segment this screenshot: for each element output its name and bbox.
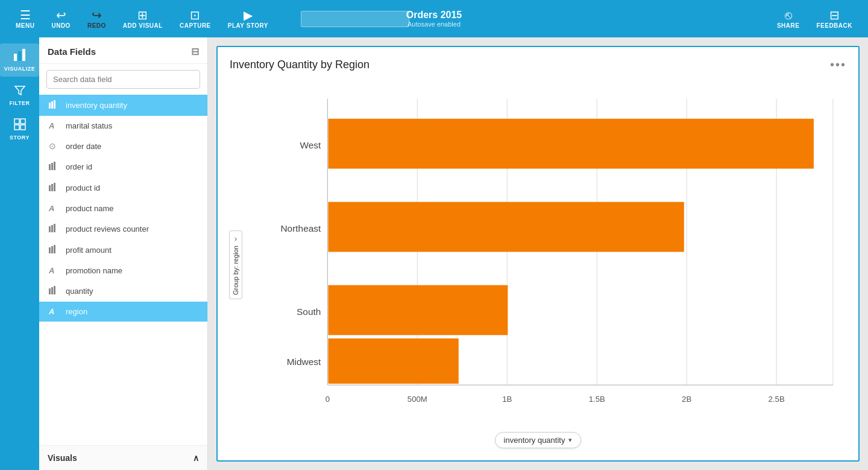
svg-rect-19 bbox=[49, 247, 51, 253]
bar-northeast[interactable] bbox=[329, 202, 684, 252]
text-icon: A bbox=[49, 121, 60, 130]
field-item-inventory-quantity[interactable]: inventory quantity bbox=[39, 95, 207, 116]
undo-icon: ↩ bbox=[56, 9, 66, 21]
svg-rect-12 bbox=[54, 162, 55, 170]
svg-rect-8 bbox=[51, 101, 53, 109]
svg-rect-15 bbox=[54, 183, 55, 191]
clock-icon: ⊙ bbox=[49, 141, 60, 151]
add-visual-icon: ⊞ bbox=[137, 9, 148, 21]
toolbar-center: Orders 2015 Autosave enabled bbox=[406, 10, 462, 28]
svg-rect-5 bbox=[14, 125, 19, 130]
visualize-icon bbox=[13, 48, 27, 65]
svg-text:Northeast: Northeast bbox=[280, 223, 321, 233]
chart-body: › Group by: region bbox=[230, 78, 846, 452]
bar-west[interactable] bbox=[329, 119, 814, 169]
svg-rect-0 bbox=[14, 54, 17, 61]
redo-button[interactable]: ↪ REDO bbox=[79, 9, 115, 29]
undo-button[interactable]: ↩ UNDO bbox=[43, 9, 78, 29]
chart-header: Inventory Quantity by Region ••• bbox=[230, 58, 846, 72]
icon-bar: VISUALIZE FILTER STORY bbox=[0, 37, 39, 470]
field-label-profit-amount: profit amount bbox=[66, 246, 112, 255]
play-icon: ▶ bbox=[244, 9, 253, 21]
menu-button[interactable]: ☰ MENU bbox=[7, 9, 43, 29]
bar-chart-icon-2 bbox=[49, 162, 60, 172]
menu-icon: ☰ bbox=[20, 9, 31, 21]
visuals-label: Visuals bbox=[48, 453, 77, 463]
redo-icon: ↪ bbox=[92, 9, 102, 21]
sidebar-toggle-icon[interactable]: ⊟ bbox=[191, 46, 199, 57]
svg-rect-7 bbox=[49, 103, 51, 109]
group-by-label: Group by: region bbox=[232, 246, 239, 295]
visuals-section-header[interactable]: Visuals ∧ bbox=[39, 445, 207, 470]
story-label: STORY bbox=[10, 135, 30, 141]
field-item-product-id[interactable]: product id bbox=[39, 177, 207, 198]
sidebar-item-story[interactable]: STORY bbox=[0, 113, 39, 145]
field-item-product-name[interactable]: A product name bbox=[39, 198, 207, 218]
bar-chart-icon-5 bbox=[49, 245, 60, 255]
main-layout: VISUALIZE FILTER STORY bbox=[0, 37, 868, 470]
field-item-region[interactable]: A region bbox=[39, 302, 207, 322]
svg-rect-2 bbox=[22, 49, 25, 61]
text-icon-2: A bbox=[49, 204, 60, 213]
svg-rect-11 bbox=[51, 163, 53, 170]
visualize-label: VISUALIZE bbox=[4, 66, 36, 72]
field-item-quantity[interactable]: quantity bbox=[39, 281, 207, 302]
svg-rect-1 bbox=[18, 51, 21, 61]
field-item-order-id[interactable]: order id bbox=[39, 156, 207, 177]
bar-chart-icon-3 bbox=[49, 183, 60, 193]
feedback-button[interactable]: ⊟ FEEDBACK bbox=[808, 9, 861, 29]
autosave-status: Autosave enabled bbox=[406, 21, 462, 28]
field-item-order-date[interactable]: ⊙ order date bbox=[39, 136, 207, 156]
text-icon-4: A bbox=[49, 307, 60, 316]
svg-rect-6 bbox=[20, 125, 25, 130]
group-by-arrow-icon: › bbox=[234, 235, 237, 243]
data-fields-list: inventory quantity A marital status ⊙ or… bbox=[39, 95, 207, 445]
field-item-product-reviews-counter[interactable]: product reviews counter bbox=[39, 218, 207, 240]
filter-label: FILTER bbox=[10, 100, 30, 106]
bar-chart-svg: West Northeast South Midwest 0 5 bbox=[248, 78, 846, 446]
measure-pill[interactable]: inventory quantity ▾ bbox=[495, 432, 582, 448]
field-item-profit-amount[interactable]: profit amount bbox=[39, 240, 207, 261]
svg-rect-16 bbox=[49, 226, 51, 232]
field-label-quantity: quantity bbox=[66, 287, 93, 296]
share-button[interactable]: ⎋ SHARE bbox=[769, 9, 808, 29]
field-item-promotion-name[interactable]: A promotion name bbox=[39, 261, 207, 281]
toolbar: ☰ MENU ↩ UNDO ↪ REDO ⊞ ADD VISUAL ⊡ CAPT… bbox=[0, 0, 868, 37]
field-label-order-date: order date bbox=[66, 142, 101, 151]
svg-rect-13 bbox=[49, 185, 51, 191]
sidebar-item-visualize[interactable]: VISUALIZE bbox=[0, 43, 39, 77]
capture-icon: ⊡ bbox=[190, 9, 200, 21]
add-visual-button[interactable]: ⊞ ADD VISUAL bbox=[115, 9, 171, 29]
capture-button[interactable]: ⊡ CAPTURE bbox=[171, 9, 219, 29]
bar-midwest[interactable] bbox=[329, 338, 459, 384]
svg-text:2.5B: 2.5B bbox=[769, 395, 785, 404]
filter-icon bbox=[14, 84, 26, 99]
group-by-tab[interactable]: › Group by: region bbox=[229, 230, 242, 299]
play-story-button[interactable]: ▶ PLAY STORY bbox=[219, 9, 277, 29]
field-label-product-name: product name bbox=[66, 204, 114, 213]
svg-text:South: South bbox=[297, 306, 321, 317]
field-label-marital-status: marital status bbox=[66, 121, 112, 130]
play-story-label: PLAY STORY bbox=[228, 22, 268, 29]
data-fields-heading: Data Fields bbox=[48, 46, 96, 57]
svg-text:1B: 1B bbox=[502, 395, 512, 404]
text-icon-3: A bbox=[49, 266, 60, 275]
svg-text:0: 0 bbox=[326, 395, 330, 404]
field-label-product-id: product id bbox=[66, 183, 100, 192]
story-icon bbox=[14, 118, 26, 133]
toolbar-search-input[interactable] bbox=[301, 11, 409, 27]
field-label-inventory-quantity: inventory quantity bbox=[66, 101, 127, 110]
measure-label: inventory quantity bbox=[504, 436, 565, 445]
search-data-field-input[interactable] bbox=[46, 70, 200, 89]
chart-svg-wrapper: West Northeast South Midwest 0 5 bbox=[230, 78, 846, 452]
sidebar-item-filter[interactable]: FILTER bbox=[0, 79, 39, 111]
chart-card: Inventory Quantity by Region ••• › Group… bbox=[216, 46, 860, 462]
redo-label: REDO bbox=[87, 22, 106, 29]
svg-rect-22 bbox=[49, 288, 51, 294]
field-item-marital-status[interactable]: A marital status bbox=[39, 116, 207, 136]
svg-rect-3 bbox=[14, 119, 19, 124]
share-label: SHARE bbox=[777, 22, 800, 29]
chart-menu-button[interactable]: ••• bbox=[830, 58, 846, 72]
svg-rect-24 bbox=[54, 286, 55, 294]
bar-south[interactable] bbox=[329, 285, 508, 335]
